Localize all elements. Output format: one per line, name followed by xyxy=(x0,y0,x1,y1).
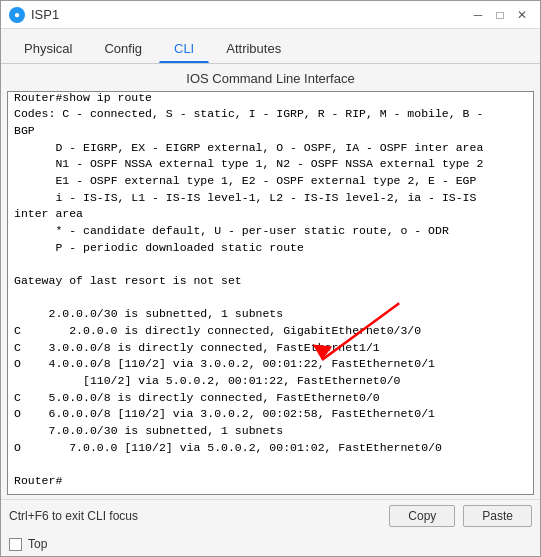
tab-config[interactable]: Config xyxy=(89,35,157,63)
minimize-button[interactable]: ─ xyxy=(468,6,488,24)
tab-physical[interactable]: Physical xyxy=(9,35,87,63)
tab-cli[interactable]: CLI xyxy=(159,35,209,63)
cli-hint: Ctrl+F6 to exit CLI focus xyxy=(9,509,381,523)
main-window: ● ISP1 ─ □ ✕ Physical Config CLI Attribu… xyxy=(0,0,541,557)
window-title: ISP1 xyxy=(31,7,468,22)
terminal-output[interactable]: Router# 00:11:03: %OSPF-5-ADJCHG: Proces… xyxy=(8,92,533,494)
section-title: IOS Command Line Interface xyxy=(7,68,534,89)
tab-attributes[interactable]: Attributes xyxy=(211,35,296,63)
paste-button[interactable]: Paste xyxy=(463,505,532,527)
window-controls: ─ □ ✕ xyxy=(468,6,532,24)
bottom-bar: Ctrl+F6 to exit CLI focus Copy Paste xyxy=(1,499,540,532)
copy-button[interactable]: Copy xyxy=(389,505,455,527)
top-label: Top xyxy=(28,537,47,551)
footer: Top xyxy=(1,532,540,556)
maximize-button[interactable]: □ xyxy=(490,6,510,24)
app-icon: ● xyxy=(9,7,25,23)
content-area: IOS Command Line Interface Router# 00:11… xyxy=(1,64,540,499)
terminal-container: Router# 00:11:03: %OSPF-5-ADJCHG: Proces… xyxy=(7,91,534,495)
title-bar: ● ISP1 ─ □ ✕ xyxy=(1,1,540,29)
tab-bar: Physical Config CLI Attributes xyxy=(1,29,540,64)
top-checkbox[interactable] xyxy=(9,538,22,551)
close-button[interactable]: ✕ xyxy=(512,6,532,24)
